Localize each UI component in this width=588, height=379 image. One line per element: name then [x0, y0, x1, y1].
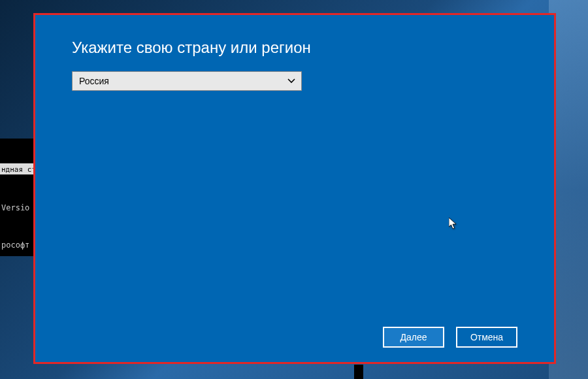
region-dialog: Укажите свою страну или регион Россия Да… — [33, 13, 556, 364]
region-selected-value: Россия — [79, 76, 109, 86]
cmd-line: рософт — [1, 239, 38, 252]
black-strip — [354, 365, 363, 379]
next-button[interactable]: Далее — [383, 327, 444, 348]
cmd-line: Versio — [1, 202, 38, 214]
chevron-down-icon — [287, 76, 296, 86]
dialog-title: Укажите свою страну или регион — [72, 39, 517, 57]
dialog-button-row: Далее Отмена — [383, 327, 517, 348]
region-dropdown[interactable]: Россия — [72, 71, 302, 91]
cancel-button[interactable]: Отмена — [456, 327, 517, 348]
